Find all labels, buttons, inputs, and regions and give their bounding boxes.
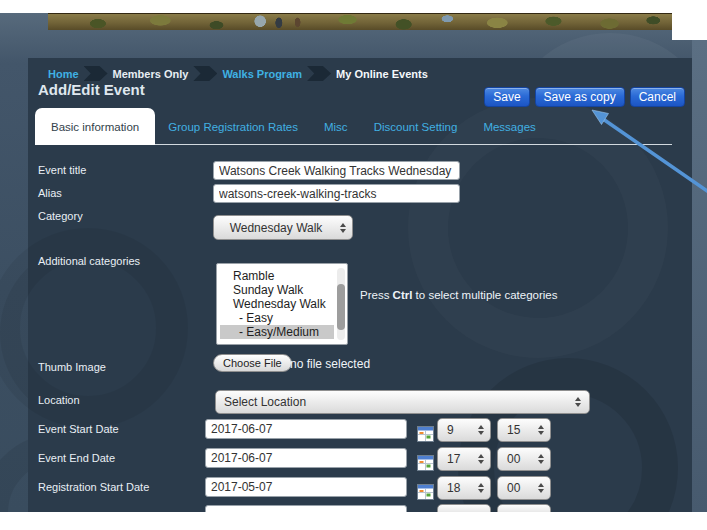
- breadcrumb-walks-program[interactable]: Walks Program: [222, 68, 302, 80]
- breadcrumb-arrow-icon: [307, 66, 331, 81]
- select-stepper-icon: [538, 454, 544, 464]
- multi-select-hint: Press Ctrl to select multiple categories: [360, 289, 558, 301]
- location-label: Location: [38, 394, 80, 406]
- choose-file-button[interactable]: Choose File: [213, 354, 292, 372]
- page-right-margin: [692, 40, 707, 512]
- hint-ctrl-key: Ctrl: [393, 289, 413, 301]
- category-label: Category: [38, 210, 83, 222]
- event-start-hour-value: 9: [447, 423, 454, 437]
- tab-basic-information[interactable]: Basic information: [35, 108, 155, 145]
- registration-start-hour-value: 18: [447, 481, 460, 495]
- top-white-strip: [0, 0, 707, 13]
- registration-start-minute-select[interactable]: 00: [497, 476, 551, 500]
- panel-ring-decoration: [458, 358, 678, 530]
- event-end-date-input[interactable]: [205, 448, 407, 468]
- registration-start-hour-select[interactable]: 18: [437, 476, 491, 500]
- select-stepper-icon: [478, 483, 484, 493]
- breadcrumb-arrow-icon: [193, 66, 217, 81]
- save-button[interactable]: Save: [484, 87, 529, 107]
- listbox-scrollbar-thumb[interactable]: [337, 284, 345, 330]
- thumb-image-label: Thumb Image: [38, 361, 106, 373]
- select-stepper-icon: [575, 397, 581, 407]
- category-select-value: Wednesday Walk: [230, 221, 323, 235]
- registration-start-date-input[interactable]: [205, 477, 407, 497]
- hint-text: to select multiple categories: [412, 289, 557, 301]
- select-stepper-icon: [340, 223, 346, 233]
- select-stepper-icon: [478, 454, 484, 464]
- select-stepper-icon: [478, 425, 484, 435]
- tab-messages[interactable]: Messages: [470, 121, 548, 133]
- event-title-label: Event title: [38, 164, 86, 176]
- cancel-button[interactable]: Cancel: [630, 87, 685, 107]
- bottom-white-strip: [0, 512, 707, 530]
- save-as-copy-button[interactable]: Save as copy: [535, 87, 625, 107]
- select-stepper-icon: [538, 425, 544, 435]
- tab-bar: Basic information Group Registration Rat…: [35, 108, 549, 145]
- tab-group-registration-rates[interactable]: Group Registration Rates: [155, 121, 311, 133]
- calendar-icon[interactable]: [417, 426, 434, 442]
- listbox-option-ramble[interactable]: Ramble: [220, 269, 334, 283]
- page-title: Add/Edit Event: [38, 81, 145, 98]
- registration-start-date-label: Registration Start Date: [38, 481, 149, 493]
- tab-discount-setting[interactable]: Discount Setting: [361, 121, 471, 133]
- registration-start-minute-value: 00: [507, 481, 520, 495]
- breadcrumb-members-only[interactable]: Members Only: [113, 68, 189, 80]
- event-end-date-label: Event End Date: [38, 452, 115, 464]
- event-start-minute-select[interactable]: 15: [497, 418, 551, 442]
- event-end-minute-value: 00: [507, 452, 520, 466]
- event-start-date-input[interactable]: [205, 419, 407, 439]
- additional-categories-listbox[interactable]: Ramble Sunday Walk Wednesday Walk - Easy…: [216, 263, 348, 345]
- listbox-option-easy[interactable]: - Easy: [220, 311, 334, 325]
- calendar-icon[interactable]: [417, 484, 434, 500]
- header-banner-photo: [48, 13, 672, 30]
- listbox-option-easy-medium[interactable]: - Easy/Medium: [220, 325, 334, 339]
- calendar-icon[interactable]: [417, 455, 434, 471]
- alias-label: Alias: [38, 187, 62, 199]
- location-select[interactable]: Select Location: [215, 390, 590, 414]
- event-end-hour-value: 17: [447, 452, 460, 466]
- additional-categories-label: Additional categories: [38, 255, 140, 267]
- event-start-minute-value: 15: [507, 423, 520, 437]
- event-start-hour-select[interactable]: 9: [437, 418, 491, 442]
- tab-misc[interactable]: Misc: [311, 121, 361, 133]
- breadcrumb: Home Members Only Walks Program My Onlin…: [48, 66, 428, 81]
- listbox-option-sunday-walk[interactable]: Sunday Walk: [220, 283, 334, 297]
- action-buttons: Save Save as copy Cancel: [484, 87, 685, 107]
- breadcrumb-my-online-events: My Online Events: [336, 68, 428, 80]
- file-status-text: no file selected: [290, 357, 370, 371]
- breadcrumb-home[interactable]: Home: [48, 68, 79, 80]
- listbox-option-wednesday-walk[interactable]: Wednesday Walk: [220, 297, 334, 311]
- event-end-hour-select[interactable]: 17: [437, 447, 491, 471]
- event-start-date-label: Event Start Date: [38, 423, 119, 435]
- breadcrumb-arrow-icon: [84, 66, 108, 81]
- category-select[interactable]: Wednesday Walk: [213, 215, 353, 240]
- alias-input[interactable]: [213, 184, 460, 203]
- event-title-input[interactable]: [213, 161, 460, 180]
- select-stepper-icon: [538, 483, 544, 493]
- event-end-minute-select[interactable]: 00: [497, 447, 551, 471]
- hint-text: Press: [360, 289, 393, 301]
- location-select-value: Select Location: [224, 395, 306, 409]
- content-panel: Home Members Only Walks Program My Onlin…: [28, 58, 692, 518]
- top-right-white-corner: [672, 0, 707, 40]
